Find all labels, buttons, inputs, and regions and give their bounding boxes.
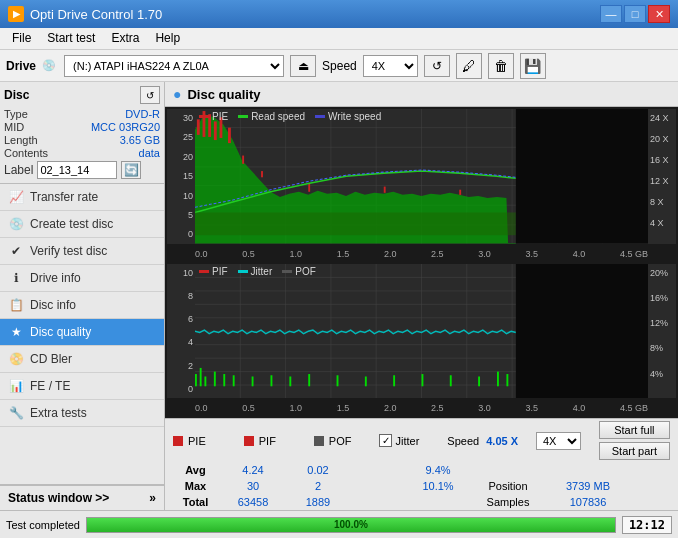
svg-rect-25	[308, 183, 310, 191]
svg-rect-50	[200, 367, 202, 385]
pie-color-box	[173, 436, 183, 446]
disc-label-row: Label 🔄	[4, 161, 160, 179]
max-label: Max	[173, 479, 218, 493]
svg-rect-58	[308, 374, 310, 386]
menu-start-test[interactable]: Start test	[39, 30, 103, 47]
time-display: 12:12	[622, 516, 672, 534]
main-layout: Disc ↺ Type DVD-R MID MCC 03RG20 Length …	[0, 82, 678, 510]
drive-icon: 💿	[42, 59, 56, 72]
drive-select[interactable]: (N:) ATAPI iHAS224 A ZL0A	[64, 55, 284, 77]
disc-quality-icon: ★	[8, 324, 24, 340]
disc-type-row: Type DVD-R	[4, 108, 160, 120]
pif-header: PIF	[259, 435, 276, 447]
status-window-button[interactable]: Status window >> »	[0, 486, 164, 510]
disc-contents-label: Contents	[4, 147, 48, 159]
total-samples-label: Samples	[468, 495, 548, 509]
status-text: Test completed	[6, 519, 80, 531]
svg-rect-24	[261, 171, 263, 177]
svg-rect-59	[337, 375, 339, 386]
pif-color-box	[244, 436, 254, 446]
sidebar-item-disc-quality[interactable]: ★ Disc quality	[0, 319, 164, 346]
disc-label-input[interactable]	[37, 161, 117, 179]
pif-header-group: PIF	[244, 435, 276, 447]
disc-info-icon: 📋	[8, 297, 24, 313]
max-pif: 2	[288, 479, 348, 493]
svg-rect-66	[506, 374, 508, 386]
avg-jitter: 9.4%	[408, 463, 468, 477]
speed-label: Speed	[322, 59, 357, 73]
total-pof	[348, 495, 408, 509]
erase-icon-button[interactable]: 🗑	[488, 53, 514, 79]
sidebar-item-cd-bler-label: CD Bler	[30, 352, 72, 366]
sidebar-item-fe-te[interactable]: 📊 FE / TE	[0, 373, 164, 400]
start-part-button[interactable]: Start part	[599, 442, 670, 460]
chart1-y-axis-right: 24 X 20 X 16 X 12 X 8 X 4 X	[648, 109, 676, 244]
chart2-x-axis: 0.0 0.5 1.0 1.5 2.0 2.5 3.0 3.5 4.0 4.5 …	[167, 400, 676, 416]
speed-select[interactable]: 4X	[363, 55, 418, 77]
chart2-main: PIF Jitter POF	[195, 264, 648, 399]
minimize-button[interactable]: —	[600, 5, 622, 23]
svg-rect-57	[289, 376, 291, 386]
extra-tests-icon: 🔧	[8, 405, 24, 421]
read-speed-legend-label: Read speed	[251, 111, 305, 122]
window-controls: — □ ✕	[600, 5, 670, 23]
stats-avg-row: Avg 4.24 0.02 9.4%	[165, 462, 678, 478]
total-jitter	[408, 495, 468, 509]
sidebar-item-verify-test-disc[interactable]: ✔ Verify test disc	[0, 238, 164, 265]
chart-pie: 30 25 20 15 10 5 0 PIE	[167, 109, 676, 244]
disc-length-value: 3.65 GB	[120, 134, 160, 146]
menu-extra[interactable]: Extra	[103, 30, 147, 47]
sidebar-item-drive-info-label: Drive info	[30, 271, 81, 285]
sidebar-item-fe-te-label: FE / TE	[30, 379, 70, 393]
pif-legend-label: PIF	[212, 266, 228, 277]
svg-rect-28	[195, 212, 516, 235]
chart1-main: PIE Read speed Write speed	[195, 109, 648, 244]
svg-rect-53	[223, 374, 225, 386]
sidebar-item-transfer-rate[interactable]: 📈 Transfer rate	[0, 184, 164, 211]
maximize-button[interactable]: □	[624, 5, 646, 23]
refresh-button[interactable]: ↺	[424, 55, 450, 77]
sidebar: Disc ↺ Type DVD-R MID MCC 03RG20 Length …	[0, 82, 165, 510]
total-pie: 63458	[218, 495, 288, 509]
menu-file[interactable]: File	[4, 30, 39, 47]
disc-panel: Disc ↺ Type DVD-R MID MCC 03RG20 Length …	[0, 82, 164, 184]
eject-button[interactable]: ⏏	[290, 55, 316, 77]
burn-icon-button[interactable]: 🖊	[456, 53, 482, 79]
disc-mid-label: MID	[4, 121, 24, 133]
svg-rect-22	[228, 128, 231, 144]
svg-rect-61	[393, 375, 395, 386]
pof-header-group: POF	[314, 435, 352, 447]
chart2-svg	[195, 264, 648, 399]
pie-legend-label: PIE	[212, 111, 228, 122]
speed-chart-select[interactable]: 4X	[536, 432, 581, 450]
disc-header: Disc ↺	[4, 86, 160, 104]
speed-select-group: 4X	[536, 432, 581, 450]
read-speed-legend-dot	[238, 115, 248, 118]
create-test-disc-icon: 💿	[8, 216, 24, 232]
disc-label-refresh-button[interactable]: 🔄	[121, 161, 141, 179]
sidebar-item-drive-info[interactable]: ℹ Drive info	[0, 265, 164, 292]
pie-legend-dot	[199, 115, 209, 118]
sidebar-item-disc-info-label: Disc info	[30, 298, 76, 312]
svg-rect-56	[271, 375, 273, 386]
menu-help[interactable]: Help	[147, 30, 188, 47]
svg-rect-51	[204, 376, 206, 386]
app-title: Opti Drive Control 1.70	[30, 7, 162, 22]
sidebar-item-extra-tests[interactable]: 🔧 Extra tests	[0, 400, 164, 427]
sidebar-item-disc-info[interactable]: 📋 Disc info	[0, 292, 164, 319]
sidebar-item-create-test-disc[interactable]: 💿 Create test disc	[0, 211, 164, 238]
start-full-button[interactable]: Start full	[599, 421, 670, 439]
save-icon-button[interactable]: 💾	[520, 53, 546, 79]
chart2-legend-pof: POF	[282, 266, 316, 277]
chart1-svg	[195, 109, 648, 244]
jitter-checkbox[interactable]: ✓	[379, 434, 392, 447]
jitter-header-group: ✓ Jitter	[379, 434, 419, 447]
chart1-legend: PIE Read speed Write speed	[199, 111, 381, 122]
disc-contents-row: Contents data	[4, 147, 160, 159]
sidebar-item-cd-bler[interactable]: 📀 CD Bler	[0, 346, 164, 373]
disc-refresh-button[interactable]: ↺	[140, 86, 160, 104]
close-button[interactable]: ✕	[648, 5, 670, 23]
svg-rect-67	[516, 264, 648, 399]
max-jitter: 10.1%	[408, 479, 468, 493]
max-pof	[348, 479, 408, 493]
